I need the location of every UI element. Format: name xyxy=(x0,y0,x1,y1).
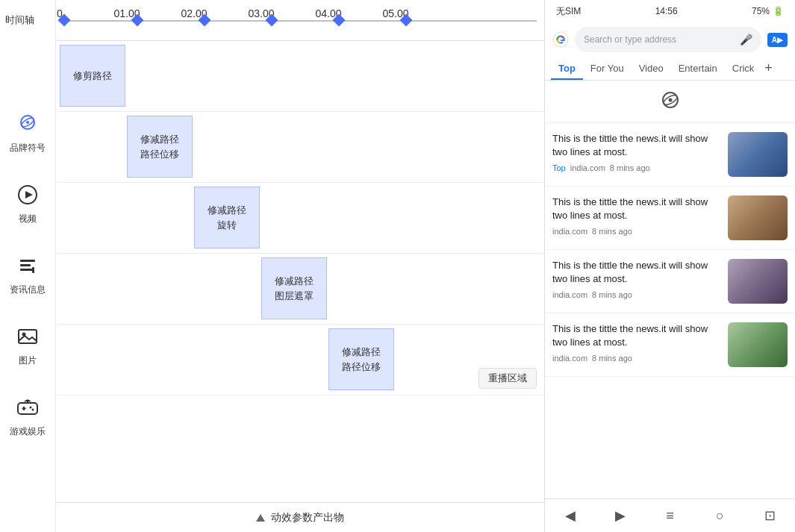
block-image[interactable]: 修减路径图层遮罩 xyxy=(261,257,327,319)
sidebar-item-image[interactable]: 图片 xyxy=(0,310,56,381)
news-title-0: This is the tittle the news.it will show… xyxy=(552,132,720,159)
news-feed: This is the tittle the news.it will show… xyxy=(545,123,795,498)
news-item-0[interactable]: This is the tittle the news.it will show… xyxy=(545,123,795,187)
svg-rect-11 xyxy=(18,403,37,414)
sidebar-label-brand: 品牌符号 xyxy=(10,142,46,154)
news-item-1[interactable]: This is the tittle the news.it will show… xyxy=(545,187,795,250)
news-time-3: 8 mins ago xyxy=(592,354,632,363)
news-time-2: 8 mins ago xyxy=(592,290,632,299)
news-title-2: This is the tittle the news.it will show… xyxy=(552,259,720,286)
sidebar-item-game[interactable]: 游戏娱乐 xyxy=(0,381,56,451)
news-content-0: This is the tittle the news.it will show… xyxy=(552,132,720,172)
block-video[interactable]: 修减路径路径位移 xyxy=(127,116,193,178)
news-item-2[interactable]: This is the tittle the news.it will show… xyxy=(545,250,795,313)
search-input-wrap[interactable]: Search or type address 🎤 xyxy=(575,27,761,52)
svg-rect-9 xyxy=(19,330,37,343)
time-ruler: 时间轴 0 01.00 02.00 03.00 04.00 05.00 xyxy=(56,0,544,41)
tab-crick[interactable]: Crick xyxy=(725,57,762,80)
footer-triangle-icon xyxy=(256,514,265,522)
news-time-0: 8 mins ago xyxy=(610,163,650,172)
svg-point-2 xyxy=(26,121,29,124)
svg-rect-8 xyxy=(32,267,34,273)
timeline-row-1: 修减路径路径位移 xyxy=(56,112,544,183)
phone-panel: 无SIM 14:56 75% 🔋 Search or type address … xyxy=(545,0,795,532)
svg-rect-7 xyxy=(20,269,33,271)
news-thumb-3 xyxy=(728,322,788,367)
sidebar-item-info[interactable]: 资讯信息 xyxy=(0,239,56,310)
timeline-panel: 品牌符号 视频 资讯信息 xyxy=(0,0,545,532)
svg-point-19 xyxy=(668,98,672,102)
news-meta-0: Top india.com 8 mins ago xyxy=(552,163,720,172)
sidebar-label-game: 游戏娱乐 xyxy=(10,425,46,438)
block-info[interactable]: 修减路径旋转 xyxy=(194,187,260,248)
nav-home-button[interactable]: ○ xyxy=(705,501,735,531)
news-item-3[interactable]: This is the tittle the news.it will show… xyxy=(545,313,795,377)
news-source-2: india.com xyxy=(552,290,587,299)
video-icon xyxy=(14,181,41,208)
timeline-area: 时间轴 0 01.00 02.00 03.00 04.00 05.00 xyxy=(56,0,544,532)
tab-video[interactable]: Video xyxy=(632,57,671,80)
svg-rect-5 xyxy=(20,260,35,262)
svg-marker-4 xyxy=(25,191,33,198)
news-meta-1: india.com 8 mins ago xyxy=(552,227,720,236)
timeline-rows: 修剪路径 修减路径路径位移 修减路径旋转 修减路径图层遮罩 修减路径路径位移 重… xyxy=(56,41,544,502)
tab-entertain[interactable]: Entertain xyxy=(671,57,725,80)
info-icon xyxy=(14,252,41,279)
footer-text: 动效参数产出物 xyxy=(271,511,344,525)
game-icon xyxy=(14,394,41,421)
nav-forward-button[interactable]: ▶ xyxy=(605,501,635,531)
search-bar: Search or type address 🎤 A▶ xyxy=(545,22,795,57)
tab-top[interactable]: Top xyxy=(551,57,583,80)
battery-label: 75% xyxy=(752,6,770,16)
brand-icon xyxy=(14,110,41,137)
image-icon xyxy=(14,323,41,350)
logo-area xyxy=(545,81,795,123)
battery-area: 75% 🔋 xyxy=(752,6,784,16)
time-markers: 0 01.00 02.00 03.00 04.00 05.00 xyxy=(56,0,544,40)
sidebar-label-video: 视频 xyxy=(19,213,37,225)
sidebar-label-image: 图片 xyxy=(19,354,37,367)
block-game[interactable]: 修减路径路径位移 xyxy=(328,328,394,390)
mic-icon[interactable]: 🎤 xyxy=(740,34,752,46)
tab-for-you[interactable]: For You xyxy=(583,57,632,80)
news-source-0: india.com xyxy=(570,163,605,172)
sidebar: 品牌符号 视频 资讯信息 xyxy=(0,0,56,532)
translate-button[interactable]: A▶ xyxy=(767,33,788,47)
tab-add-button[interactable]: + xyxy=(764,60,773,76)
timeline-row-4: 修减路径路径位移 重播区域 xyxy=(56,325,544,395)
search-placeholder: Search or type address xyxy=(584,34,734,45)
sidebar-item-brand[interactable]: 品牌符号 xyxy=(0,97,56,168)
svg-point-14 xyxy=(30,407,32,409)
google-logo xyxy=(552,31,569,48)
nav-menu-button[interactable]: ≡ xyxy=(655,501,685,531)
news-title-1: This is the tittle the news.it will show… xyxy=(552,195,720,222)
timeline-row-3: 修减路径图层遮罩 xyxy=(56,254,544,325)
news-content-3: This is the tittle the news.it will show… xyxy=(552,322,720,363)
news-source-3: india.com xyxy=(552,354,587,363)
bottom-nav: ◀ ▶ ≡ ○ ⊡ xyxy=(545,498,795,532)
left-footer: 动效参数产出物 xyxy=(56,502,544,532)
news-meta-2: india.com 8 mins ago xyxy=(552,290,720,299)
timeline-row-2: 修减路径旋转 xyxy=(56,183,544,254)
signal-label: 无SIM xyxy=(556,5,581,18)
replay-button[interactable]: 重播区域 xyxy=(478,368,537,389)
news-time-1: 8 mins ago xyxy=(592,227,632,236)
tabs-bar: Top For You Video Entertain Crick + xyxy=(545,57,795,81)
news-content-2: This is the tittle the news.it will show… xyxy=(552,259,720,299)
time-label: 14:56 xyxy=(655,6,678,16)
news-thumb-2 xyxy=(728,259,788,304)
news-thumb-1 xyxy=(728,195,788,240)
news-tag-0: Top xyxy=(552,163,566,172)
svg-rect-6 xyxy=(20,264,31,266)
news-source-1: india.com xyxy=(552,227,587,236)
block-brand[interactable]: 修剪路径 xyxy=(60,45,125,107)
time-axis-label: 时间轴 xyxy=(5,13,9,27)
news-meta-3: india.com 8 mins ago xyxy=(552,354,720,363)
news-thumb-0 xyxy=(728,132,788,177)
news-title-3: This is the tittle the news.it will show… xyxy=(552,322,720,349)
news-content-1: This is the tittle the news.it will show… xyxy=(552,195,720,236)
nav-apps-button[interactable]: ⊡ xyxy=(755,501,785,531)
nav-back-button[interactable]: ◀ xyxy=(555,501,585,531)
status-bar: 无SIM 14:56 75% 🔋 xyxy=(545,0,795,22)
sidebar-item-video[interactable]: 视频 xyxy=(0,168,56,239)
